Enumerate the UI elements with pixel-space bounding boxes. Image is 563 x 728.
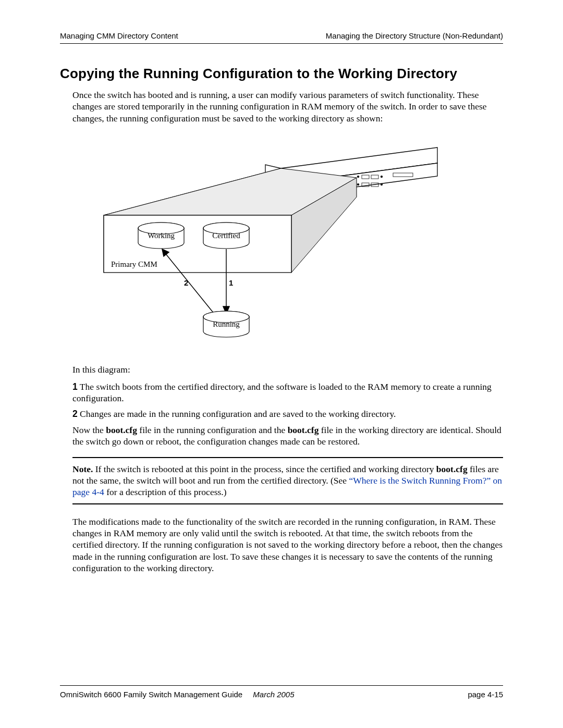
label-primary-cmm: Primary CMM bbox=[111, 260, 157, 268]
closing-paragraph: The modifications made to the functional… bbox=[60, 516, 503, 574]
step-2: 2 Changes are made in the running config… bbox=[60, 408, 503, 419]
note-bootcfg: boot.cfg bbox=[436, 464, 468, 474]
step-1-text: The switch boots from the certified dire… bbox=[72, 381, 492, 403]
label-running: Running bbox=[213, 320, 240, 328]
header-right: Managing the Directory Structure (Non-Re… bbox=[326, 31, 503, 40]
svg-point-10 bbox=[357, 183, 359, 186]
step-2-text: Changes are made in the running configur… bbox=[78, 409, 396, 419]
bootcfg-1: boot.cfg bbox=[106, 425, 137, 435]
label-certified: Certified bbox=[212, 231, 240, 240]
bootcfg-paragraph: Now the boot.cfg file in the running con… bbox=[60, 424, 503, 448]
footer-page: page 4-15 bbox=[468, 690, 503, 699]
label-arrow-2: 2 bbox=[184, 278, 188, 287]
label-working: Working bbox=[148, 231, 175, 240]
step-1: 1 The switch boots from the certified di… bbox=[60, 381, 503, 404]
page: Managing CMM Directory Content Managing … bbox=[0, 0, 563, 728]
step-1-number: 1 bbox=[72, 381, 78, 392]
section-title: Copying the Running Configuration to the… bbox=[60, 66, 503, 82]
footer-guide: OmniSwitch 6600 Family Switch Management… bbox=[60, 690, 242, 699]
now-mid: file in the running configuration and th… bbox=[137, 425, 288, 435]
intro-paragraph: Once the switch has booted and is runnin… bbox=[60, 89, 503, 124]
now-pre: Now the bbox=[72, 425, 106, 435]
note-body-3: for a description of this process.) bbox=[104, 487, 227, 497]
note-body-1: If the switch is rebooted at this point … bbox=[93, 464, 436, 474]
note-label: Note. bbox=[72, 464, 93, 474]
note-box: Note. If the switch is rebooted at this … bbox=[72, 457, 503, 504]
footer-date: March 2005 bbox=[253, 690, 294, 699]
page-footer: OmniSwitch 6600 Family Switch Management… bbox=[60, 685, 503, 699]
in-this-diagram: In this diagram: bbox=[60, 364, 503, 375]
bootcfg-2: boot.cfg bbox=[288, 425, 319, 435]
svg-point-6 bbox=[381, 176, 383, 178]
label-arrow-1: 1 bbox=[229, 278, 233, 287]
page-header: Managing CMM Directory Content Managing … bbox=[60, 31, 503, 44]
footer-rule bbox=[60, 685, 503, 686]
footer-left: OmniSwitch 6600 Family Switch Management… bbox=[60, 690, 295, 699]
step-2-number: 2 bbox=[72, 409, 78, 419]
figure-diagram: Working Certified Primary CMM 1 2 bbox=[72, 140, 503, 348]
svg-point-5 bbox=[357, 176, 359, 178]
header-left: Managing CMM Directory Content bbox=[60, 31, 178, 40]
